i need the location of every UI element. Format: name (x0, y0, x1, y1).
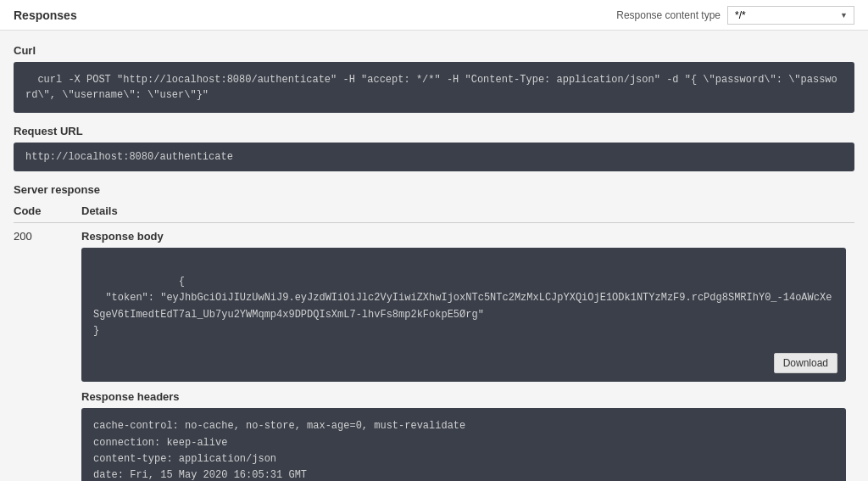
main-content: Curl curl -X POST "http://localhost:8080… (0, 31, 868, 481)
content-type-container: Response content type */* application/js… (616, 6, 854, 25)
response-headers-box: cache-control: no-cache, no-store, max-a… (81, 408, 846, 481)
response-headers-label: Response headers (81, 390, 846, 403)
response-details: Response body { "token": "eyJhbGciOiJIUz… (81, 223, 854, 482)
response-table: Code Details 200 Response body { "token"… (14, 199, 854, 481)
server-response-label: Server response (14, 183, 854, 196)
responses-title: Responses (14, 8, 77, 22)
curl-code-box: curl -X POST "http://localhost:8080/auth… (14, 62, 854, 113)
response-code: 200 (14, 223, 81, 482)
page-container: Responses Response content type */* appl… (0, 0, 868, 481)
content-type-select[interactable]: */* application/json text/plain (727, 6, 854, 25)
code-column-header: Code (14, 199, 81, 223)
details-column-header: Details (81, 199, 854, 223)
download-button[interactable]: Download (774, 353, 837, 373)
content-type-select-wrapper[interactable]: */* application/json text/plain (727, 6, 854, 25)
request-url-box: http://localhost:8080/authenticate (14, 143, 854, 171)
curl-label: Curl (14, 44, 854, 57)
header-bar: Responses Response content type */* appl… (0, 0, 868, 31)
response-body-label: Response body (81, 230, 846, 243)
request-url-label: Request URL (14, 125, 854, 137)
response-body-box: { "token": "eyJhbGciOiJIUzUwNiJ9.eyJzdWI… (81, 248, 846, 382)
content-type-label: Response content type (616, 9, 721, 21)
table-row: 200 Response body { "token": "eyJhbGciOi… (14, 223, 854, 482)
response-body-content: { "token": "eyJhbGciOiJIUzUwNiJ9.eyJzdWI… (93, 276, 832, 337)
